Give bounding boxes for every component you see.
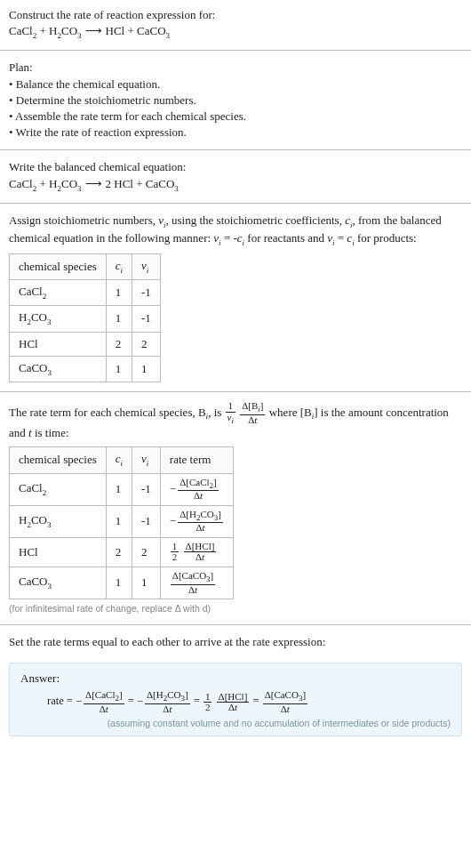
cell-ci: 1 bbox=[106, 356, 132, 382]
cell-ci: 1 bbox=[106, 473, 132, 505]
cell-ci: 1 bbox=[106, 280, 132, 306]
rateterm-intro: The rate term for each chemical species,… bbox=[9, 401, 462, 441]
col-ci: ci bbox=[106, 254, 132, 280]
stoich-block: Assign stoichiometric numbers, νi, using… bbox=[0, 205, 471, 390]
divider bbox=[0, 149, 471, 150]
divider bbox=[0, 624, 471, 625]
rateterm-block: The rate term for each chemical species,… bbox=[0, 394, 471, 623]
cell-vi: 1 bbox=[132, 356, 161, 382]
cell-species: CaCl2 bbox=[10, 280, 107, 306]
cell-rate: 12 Δ[HCl]Δt bbox=[160, 537, 233, 567]
answer-label: Answer: bbox=[20, 671, 451, 687]
cell-ci: 2 bbox=[106, 332, 132, 356]
cell-ci: 1 bbox=[106, 567, 132, 599]
col-species: chemical species bbox=[10, 254, 107, 280]
cell-vi: 2 bbox=[132, 537, 161, 567]
cell-species: H2CO3 bbox=[10, 505, 107, 537]
table-row: CaCO3 1 1 bbox=[10, 356, 161, 382]
cell-vi: 2 bbox=[132, 332, 161, 356]
table-row: HCl 2 2 12 Δ[HCl]Δt bbox=[10, 537, 234, 567]
table-row: CaCO3 1 1 Δ[CaCO3]Δt bbox=[10, 567, 234, 599]
cell-species: CaCl2 bbox=[10, 473, 107, 505]
cell-ci: 1 bbox=[106, 505, 132, 537]
table-row: H2CO3 1 -1 −Δ[H2CO3]Δt bbox=[10, 505, 234, 537]
table-header-row: chemical species ci νi rate term bbox=[10, 447, 234, 473]
table-row: H2CO3 1 -1 bbox=[10, 306, 161, 332]
table-header-row: chemical species ci νi bbox=[10, 254, 161, 280]
table-row: CaCl2 1 -1 bbox=[10, 280, 161, 306]
plan-item: Balance the chemical equation. bbox=[9, 76, 462, 92]
final-intro-block: Set the rate terms equal to each other t… bbox=[0, 627, 471, 657]
rate-expression: rate = −Δ[CaCl2]Δt = −Δ[H2CO3]Δt = 12 Δ[… bbox=[20, 690, 451, 714]
col-rate: rate term bbox=[160, 447, 233, 473]
question-block: Construct the rate of reaction expressio… bbox=[0, 0, 471, 48]
cell-vi: 1 bbox=[132, 567, 161, 599]
cell-rate: −Δ[H2CO3]Δt bbox=[160, 505, 233, 537]
cell-species: HCl bbox=[10, 537, 107, 567]
cell-species: HCl bbox=[10, 332, 107, 356]
infinitesimal-note: (for infinitesimal rate of change, repla… bbox=[9, 602, 462, 615]
cell-ci: 2 bbox=[106, 537, 132, 567]
cell-species: CaCO3 bbox=[10, 567, 107, 599]
divider bbox=[0, 50, 471, 51]
stoich-intro: Assign stoichiometric numbers, νi, using… bbox=[9, 213, 462, 248]
plan-item: Write the rate of reaction expression. bbox=[9, 125, 462, 141]
plan-item: Assemble the rate term for each chemical… bbox=[9, 108, 462, 125]
final-intro: Set the rate terms equal to each other t… bbox=[9, 634, 462, 650]
question-prompt: Construct the rate of reaction expressio… bbox=[9, 7, 462, 23]
plan-list: Balance the chemical equation. Determine… bbox=[9, 76, 462, 141]
cell-species: CaCO3 bbox=[10, 356, 107, 382]
unbalanced-equation: CaCl2 + H2CO3⟶HCl + CaCO3 bbox=[9, 23, 462, 41]
col-species: chemical species bbox=[10, 447, 107, 473]
cell-vi: -1 bbox=[132, 505, 161, 537]
balanced-equation: CaCl2 + H2CO3⟶2 HCl + CaCO3 bbox=[9, 176, 462, 194]
stoich-table: chemical species ci νi CaCl2 1 -1 H2CO3 … bbox=[9, 253, 161, 382]
cell-ci: 1 bbox=[106, 306, 132, 332]
cell-vi: -1 bbox=[132, 280, 161, 306]
cell-vi: -1 bbox=[132, 473, 161, 505]
divider bbox=[0, 203, 471, 204]
rateterm-table: chemical species ci νi rate term CaCl2 1… bbox=[9, 446, 234, 599]
balanced-intro: Write the balanced chemical equation: bbox=[9, 159, 462, 175]
cell-rate: Δ[CaCO3]Δt bbox=[160, 567, 233, 599]
plan-title: Plan: bbox=[9, 60, 462, 76]
cell-species: H2CO3 bbox=[10, 306, 107, 332]
answer-assumption: (assuming constant volume and no accumul… bbox=[20, 717, 451, 730]
cell-rate: −Δ[CaCl2]Δt bbox=[160, 473, 233, 505]
divider bbox=[0, 391, 471, 392]
cell-vi: -1 bbox=[132, 306, 161, 332]
col-ci: ci bbox=[106, 447, 132, 473]
col-vi: νi bbox=[132, 254, 161, 280]
plan-item: Determine the stoichiometric numbers. bbox=[9, 92, 462, 108]
balanced-block: Write the balanced chemical equation: Ca… bbox=[0, 152, 471, 200]
table-row: HCl 2 2 bbox=[10, 332, 161, 356]
plan-block: Plan: Balance the chemical equation. Det… bbox=[0, 52, 471, 148]
table-row: CaCl2 1 -1 −Δ[CaCl2]Δt bbox=[10, 473, 234, 505]
col-vi: νi bbox=[132, 447, 161, 473]
answer-box: Answer: rate = −Δ[CaCl2]Δt = −Δ[H2CO3]Δt… bbox=[9, 663, 462, 736]
